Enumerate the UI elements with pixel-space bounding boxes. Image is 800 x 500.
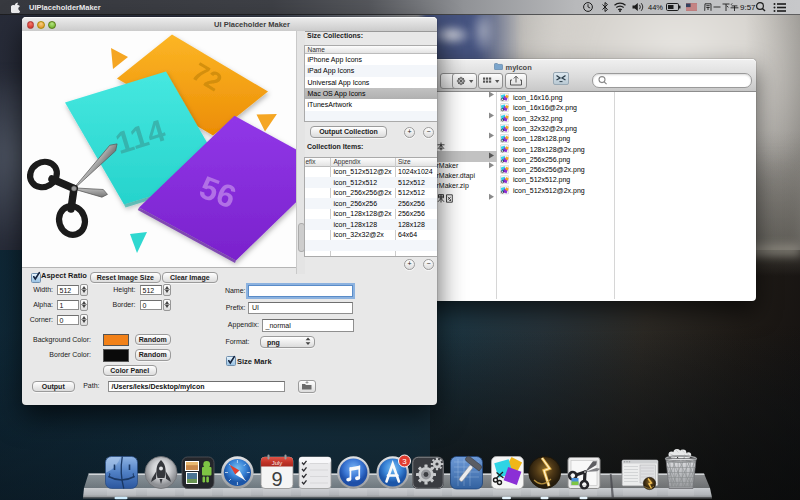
svg-text:3: 3 bbox=[402, 457, 407, 466]
svg-text:44%: 44% bbox=[648, 3, 663, 12]
svg-text:icon_128x128@2x.png: icon_128x128@2x.png bbox=[513, 146, 585, 154]
svg-text:icon_512x512@2x.png: icon_512x512@2x.png bbox=[513, 187, 585, 195]
svg-text:icon_32x32.png: icon_32x32.png bbox=[513, 115, 563, 123]
svg-text:9: 9 bbox=[271, 468, 282, 490]
svg-text:icon_256x256.png: icon_256x256.png bbox=[513, 156, 570, 164]
svg-text:icon_16x16@2x.png: icon_16x16@2x.png bbox=[513, 104, 577, 112]
svg-text:icon_32x32@2x.png: icon_32x32@2x.png bbox=[513, 125, 577, 133]
svg-text:icon_16x16.png: icon_16x16.png bbox=[513, 94, 563, 102]
svg-text:icon_512x512.png: icon_512x512.png bbox=[513, 176, 570, 184]
svg-text:icon_128x128.png: icon_128x128.png bbox=[513, 135, 570, 143]
svg-text:9:57: 9:57 bbox=[740, 3, 756, 12]
svg-text:July: July bbox=[272, 460, 283, 466]
svg-text:icon_256x256@2x.png: icon_256x256@2x.png bbox=[513, 166, 585, 174]
